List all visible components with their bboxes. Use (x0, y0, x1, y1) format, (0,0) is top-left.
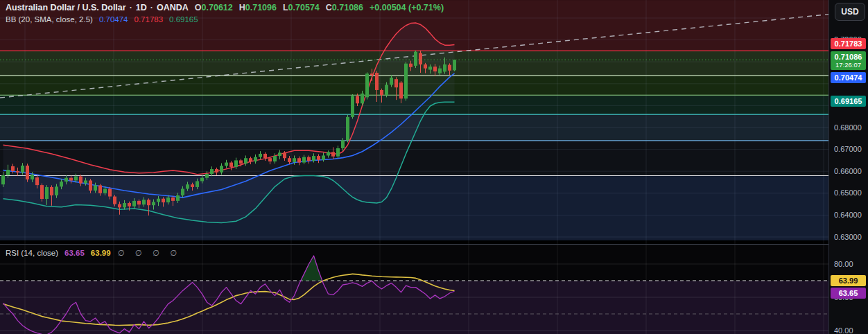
close-label: C (326, 3, 332, 12)
rsi-ma-badge: 63.99 (831, 275, 866, 286)
separator-dot: · (130, 3, 132, 12)
price-axis-label: 0.68000 (834, 123, 862, 132)
symbol-title[interactable]: Australian Dollar / U.S. Dollar (6, 3, 126, 12)
rsi-empty-values: ∅ ∅ ∅ ∅ (118, 249, 182, 257)
interval-label[interactable]: 1D (136, 3, 147, 12)
rsi-axis-label: 80.00 (834, 260, 853, 268)
bb-basis-value: 0.70474 (99, 15, 128, 24)
price-axis-label: 0.64000 (834, 211, 862, 219)
open-value: 0.70612 (202, 3, 233, 12)
price-axis[interactable]: USD 0.720000.680000.670000.660000.650000… (828, 0, 868, 334)
last-price-badge: 0.71086 17:26:07 (831, 51, 866, 70)
symbol-header: Australian Dollar / U.S. Dollar·1D·OANDA… (6, 3, 444, 12)
rsi-value: 63.65 (64, 249, 85, 257)
low-value: 0.70574 (288, 3, 320, 12)
trading-chart-window: Australian Dollar / U.S. Dollar·1D·OANDA… (0, 0, 868, 334)
bb-upper-value: 0.71783 (134, 15, 164, 24)
rsi-indicator-row[interactable]: RSI (14, close)63.6563.99∅ ∅ ∅ ∅ (6, 248, 181, 258)
separator-dot: · (150, 3, 153, 12)
rsi-axis-label: 40.00 (834, 326, 853, 334)
high-label: H (239, 3, 245, 12)
price-chart-pane[interactable] (0, 0, 828, 245)
price-axis-label: 0.63000 (834, 233, 862, 241)
price-axis-label: 0.65000 (834, 188, 862, 197)
open-label: O (195, 3, 202, 12)
rsi-indicator-label[interactable]: RSI (14, close) (6, 249, 58, 257)
high-value: 0.71096 (245, 3, 277, 12)
bb-basis-badge: 0.70474 (831, 72, 866, 83)
rsi-value-badge: 63.65 (831, 288, 866, 299)
rsi-ma-value: 63.99 (91, 249, 111, 257)
price-axis-label: 0.67000 (834, 145, 862, 153)
bb-lower-value: 0.69165 (169, 15, 198, 24)
close-value: 0.71086 (332, 3, 363, 12)
rsi-chart-canvas (0, 245, 828, 334)
bb-indicator-label[interactable]: BB (20, SMA, close, 2.5) (6, 15, 93, 24)
exchange-label: OANDA (157, 3, 189, 12)
bb-indicator-row[interactable]: BB (20, SMA, close, 2.5)0.704740.717830.… (6, 15, 198, 24)
price-chart-canvas (0, 0, 828, 245)
change-value: +0.00504 (+0.71%) (370, 3, 444, 12)
countdown-timer: 17:26:07 (831, 61, 866, 69)
pane-resize-handle[interactable] (0, 244, 868, 245)
bb-lower-badge: 0.69165 (831, 96, 866, 107)
currency-button[interactable]: USD (835, 3, 865, 21)
bb-upper-badge: 0.71783 (831, 38, 866, 49)
low-label: L (283, 3, 288, 12)
rsi-chart-pane[interactable] (0, 245, 828, 334)
price-axis-label: 0.66000 (834, 167, 862, 175)
